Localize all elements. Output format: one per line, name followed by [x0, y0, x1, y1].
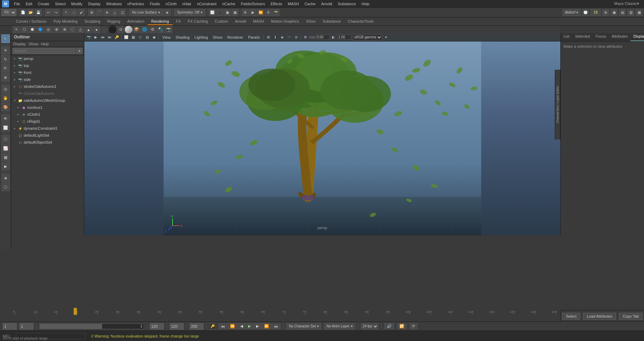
outliner-search-input[interactable] [13, 48, 76, 54]
no-live-surface-options[interactable]: ◈ [164, 9, 171, 16]
tree-item-top[interactable]: ▸ 📷 top [11, 62, 84, 69]
start-frame-input[interactable] [3, 323, 17, 329]
menu-fluids[interactable]: Fluids [147, 1, 163, 7]
tab-mash[interactable]: MASH [250, 18, 268, 25]
vp-gain-toggle[interactable]: ◐ [330, 34, 337, 40]
menu-fields[interactable]: Fields/Solvers [238, 1, 268, 7]
layout-btn1[interactable]: ▣ [611, 9, 618, 16]
menu-select[interactable]: Select [52, 1, 69, 7]
tree-item-persp[interactable]: ▸ 📷 persp [11, 55, 84, 62]
viewport-opt4[interactable]: ▦ [232, 9, 239, 16]
anim-end-input[interactable] [170, 323, 184, 329]
render-settings-btn[interactable]: ⚙ [242, 9, 249, 16]
symmetry-dropdown[interactable]: Symmetry: Off ▾ [174, 9, 206, 16]
shelf-icon-16[interactable]: 📦 [133, 26, 140, 33]
tab-substance[interactable]: Substance [319, 18, 344, 25]
workspace-label[interactable]: Maya Classic▾ [614, 1, 639, 6]
vp-exposure-input[interactable] [316, 35, 330, 40]
menu-help[interactable]: Help [359, 1, 372, 7]
vp-cam-selector[interactable]: 📷 [86, 34, 92, 40]
tree-item-stroke[interactable]: ▸ ⬡ strokeOakAutumn1 [11, 83, 84, 90]
menu-windows[interactable]: Windows [104, 1, 125, 7]
vp-gamma-select[interactable]: sRGB gamma [353, 34, 382, 40]
tab-fx[interactable]: FX [172, 18, 184, 25]
channel-box-tab[interactable]: Channel Box / Layer Editor [555, 84, 560, 125]
shelf-icon-14[interactable]: ⊙ [117, 26, 124, 33]
tab-animation[interactable]: Animation [124, 18, 148, 25]
shelf-icon-1[interactable]: ↖ [13, 26, 20, 33]
render-btn[interactable]: ▶ [250, 9, 256, 16]
viewport-opt2[interactable]: ⬛ [216, 9, 223, 16]
vp-menu-panels[interactable]: Panels [246, 35, 262, 39]
shelf-icon-4[interactable]: 🔷 [37, 26, 44, 33]
tab-arnold[interactable]: Arnold [231, 18, 250, 25]
tab-curves-surfaces[interactable]: Curves / Surfaces [13, 18, 50, 25]
snap-view-btn[interactable]: ◫ [119, 9, 126, 16]
search-options-btn[interactable]: ▾ [76, 48, 83, 54]
shelf-icon-3[interactable]: ⬢ [29, 26, 36, 33]
menu-mash[interactable]: MASH [285, 1, 302, 7]
save-file-btn[interactable]: 💾 [35, 9, 42, 16]
vp-menu-shading[interactable]: Shading [174, 35, 192, 39]
cycle-btn[interactable]: ⟳ [409, 323, 417, 329]
vp-frame-prev[interactable]: ⏮ [100, 34, 106, 40]
graph-editor-btn[interactable]: 📈 [1, 144, 10, 152]
attr-tab-attributes[interactable]: Attributes [609, 33, 630, 41]
scale-tool[interactable]: ⇱ [1, 64, 10, 73]
lasso-select-btn[interactable]: ◌ [70, 9, 77, 16]
vp-menu-show[interactable]: Show [211, 35, 225, 39]
vp-gamma-options[interactable]: ▾ [383, 34, 389, 40]
vp-select-all[interactable]: ▦ [130, 34, 136, 40]
user-profile-btn[interactable]: dbittorf ▾ [562, 9, 581, 16]
shelf-icon-13[interactable] [109, 26, 116, 33]
tree-item-dynamic[interactable]: ▸ ⚡ dynamicConstraint1 [11, 125, 84, 132]
audio-btn[interactable]: 🔊 [384, 323, 394, 329]
vp-crease[interactable]: ⊘ [293, 34, 299, 40]
tab-motion-graphics[interactable]: Motion Graphics [268, 18, 302, 25]
shelf-icon-2[interactable]: ⬡ [21, 26, 28, 33]
shelf-icon-7[interactable]: ⊗ [61, 26, 68, 33]
select-button[interactable]: Select [562, 313, 581, 320]
menu-nparticles[interactable]: nParticles [124, 1, 147, 7]
menu-ncache[interactable]: nCache [219, 1, 238, 7]
universal-tool[interactable]: ⊕ [1, 73, 10, 82]
vp-hud[interactable]: ℹ [272, 34, 278, 40]
playback-end-input[interactable] [150, 323, 164, 329]
fx-dropdown[interactable]: FX [1, 9, 16, 16]
layout-btn2[interactable]: ▤ [619, 9, 626, 16]
tab-character-tools[interactable]: CharacterTools [344, 18, 377, 25]
ipr-btn[interactable]: ⏩ [257, 9, 264, 16]
new-file-btn[interactable]: 📄 [20, 9, 26, 16]
vp-motion-trail[interactable]: 〰 [286, 34, 292, 40]
shelf-icon-10[interactable]: ▲ [85, 26, 92, 33]
step-back-btn[interactable]: ⏪ [228, 323, 237, 329]
paint-select-btn[interactable]: 🖌 [78, 9, 85, 16]
menu-file[interactable]: File [11, 1, 23, 7]
step-forward-btn[interactable]: ⏩ [262, 323, 271, 329]
shelf-icon-6[interactable]: ⊕ [53, 26, 60, 33]
tree-item-nucleus[interactable]: ▸ ◉ nucleus1 [11, 104, 84, 111]
tree-item-objectset[interactable]: ◻ defaultObjectSet [11, 139, 84, 146]
snap-grid-btn[interactable]: ⊞ [88, 9, 95, 16]
viewport-opt3[interactable]: ▣ [224, 9, 231, 16]
vp-isolate[interactable]: ◉ [151, 34, 157, 40]
move-tool[interactable]: ✛ [1, 46, 10, 54]
outliner-menu-display[interactable]: Display [13, 42, 26, 46]
menu-edit[interactable]: Edit [23, 1, 35, 7]
open-file-btn[interactable]: 📂 [27, 9, 34, 16]
loop-btn[interactable]: 🔁 [397, 323, 407, 329]
tab-custom[interactable]: Custom [211, 18, 231, 25]
menu-cache[interactable]: Cache [302, 1, 319, 7]
xray-btn[interactable]: ◈ [1, 174, 10, 182]
next-frame-btn[interactable]: ▶ [254, 323, 261, 329]
character-set-dropdown[interactable]: No Character Set ▾ [286, 323, 321, 329]
tree-item-front[interactable]: ▸ 📷 front [11, 69, 84, 76]
menu-ncloth[interactable]: nCloth [163, 1, 179, 7]
tab-poly-modeling[interactable]: Poly Modeling [50, 18, 81, 25]
go-start-btn[interactable]: ⏮ [219, 324, 227, 329]
layout-btn4[interactable]: ▦ [636, 9, 643, 16]
play-btn[interactable]: ▶ [246, 323, 253, 329]
vp-grid-toggle[interactable]: ⊞ [265, 34, 271, 40]
undo-btn[interactable]: ↩ [45, 9, 52, 16]
select-tool[interactable]: ↖ [1, 35, 10, 43]
